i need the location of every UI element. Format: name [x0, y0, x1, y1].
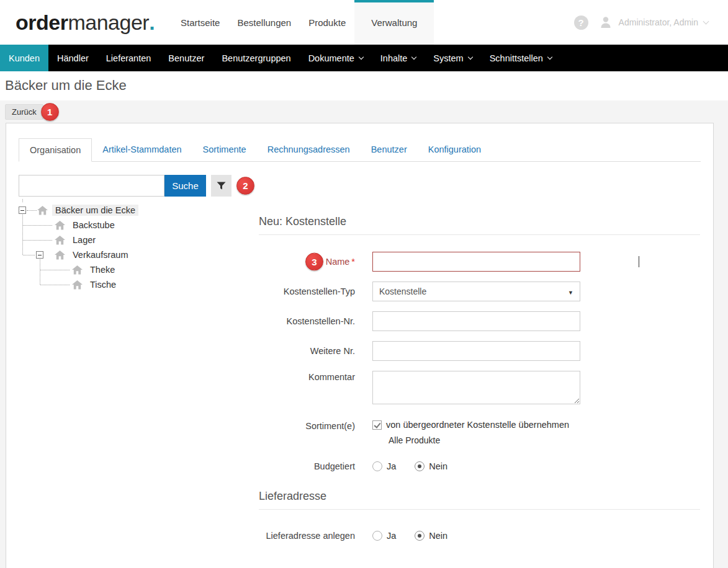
- admin-nav-label: Benutzer: [168, 53, 204, 63]
- form-column: Neu: Kostenstelle 3 Name* Kostenstellen-…: [259, 203, 701, 551]
- tree-node-label[interactable]: Theke: [87, 264, 118, 275]
- tab-artikel-stammdaten[interactable]: Artikel-Stammdaten: [92, 138, 192, 162]
- admin-nav-label: Dokumente: [308, 53, 354, 63]
- tree-node-root: Bäcker um die Ecke: [19, 203, 259, 218]
- admin-nav-inhalte[interactable]: Inhalte: [372, 45, 425, 71]
- radio-option-ja[interactable]: Ja: [372, 461, 396, 471]
- tree-node-label[interactable]: Lager: [70, 234, 99, 246]
- radio-label: Nein: [429, 461, 447, 471]
- tab-organisation[interactable]: Organisation: [19, 138, 92, 162]
- budgetiert-radio-group: Ja Nein: [372, 461, 447, 471]
- annotation-badge-1: 1: [41, 103, 59, 121]
- search-input[interactable]: [19, 175, 164, 197]
- form-row-kostenstellen-typ: Kostenstellen-Typ Kostenstelle: [259, 282, 700, 301]
- brand-logo[interactable]: ordermanager.: [16, 0, 155, 45]
- admin-nav-label: Händler: [57, 53, 89, 63]
- org-tree: Bäcker um die Ecke Backstube Lager: [19, 203, 259, 292]
- body-area: Organisation Artikel-Stammdaten Sortimen…: [0, 123, 728, 568]
- nav-item-startseite[interactable]: Startseite: [172, 0, 228, 45]
- form-section-title: Lieferadresse: [259, 490, 700, 510]
- tree-connector: [23, 240, 52, 241]
- header-right: Administrator, Admin: [574, 0, 708, 45]
- nav-item-bestellungen[interactable]: Bestellungen: [228, 0, 300, 45]
- tree-node-label[interactable]: Verkaufsraum: [70, 249, 131, 260]
- kostenstellen-nr-field[interactable]: [372, 311, 580, 331]
- lieferadresse-radio-group: Ja Nein: [372, 531, 447, 541]
- admin-nav-label: Benutzergruppen: [222, 53, 290, 63]
- sortiment-note: Alle Produkte: [389, 435, 569, 445]
- tab-benutzer[interactable]: Benutzer: [361, 138, 418, 162]
- selected-option: Kostenstelle: [379, 286, 426, 296]
- name-field[interactable]: [372, 252, 580, 272]
- home-icon: [72, 280, 83, 290]
- help-icon[interactable]: [574, 16, 588, 30]
- home-icon: [37, 206, 48, 215]
- nav-item-label: Verwaltung: [371, 17, 417, 28]
- select-caret-icon: [568, 286, 573, 296]
- form-row-weitere-nr: Weitere Nr.: [259, 341, 700, 361]
- admin-nav-dokumente[interactable]: Dokumente: [300, 45, 372, 71]
- radio-option-nein[interactable]: Nein: [415, 461, 447, 471]
- tree-connector: [23, 255, 35, 255]
- collapse-toggle-icon[interactable]: [19, 206, 26, 214]
- org-tree-column: Bäcker um die Ecke Backstube Lager: [19, 203, 259, 551]
- admin-nav-system[interactable]: System: [425, 45, 480, 71]
- filter-button[interactable]: [211, 175, 231, 197]
- kommentar-field[interactable]: [372, 371, 580, 404]
- tree-node-label[interactable]: Backstube: [70, 220, 118, 231]
- user-avatar-icon: [598, 15, 613, 30]
- search-button[interactable]: Suche: [164, 175, 206, 197]
- weitere-nr-field[interactable]: [372, 341, 580, 361]
- kommentar-label: Kommentar: [259, 371, 355, 382]
- admin-nav-kunden[interactable]: Kunden: [0, 45, 48, 71]
- checkbox-label: von übergeordneter Kostenstelle übernehm…: [386, 420, 569, 430]
- nav-item-label: Produkte: [308, 17, 346, 28]
- inherit-sortiment-checkbox[interactable]: [372, 420, 382, 430]
- annotation-badge-3: 3: [305, 253, 323, 271]
- nav-item-label: Startseite: [181, 17, 220, 28]
- primary-nav: Startseite Bestellungen Produkte Verwalt…: [172, 0, 434, 45]
- kostenstellen-nr-label: Kostenstellen-Nr.: [259, 316, 355, 326]
- admin-nav-lieferanten[interactable]: Lieferanten: [97, 45, 160, 71]
- tree-node-label[interactable]: Tische: [87, 279, 119, 290]
- chevron-down-icon: [467, 55, 472, 60]
- admin-nav-schnittstellen[interactable]: Schnittstellen: [481, 45, 560, 71]
- radio-icon[interactable]: [415, 461, 425, 471]
- radio-icon[interactable]: [372, 461, 382, 471]
- tree-node-label[interactable]: Bäcker um die Ecke: [52, 205, 138, 216]
- tab-sortimente[interactable]: Sortimente: [192, 138, 257, 162]
- back-button[interactable]: Zurück: [5, 104, 43, 120]
- tree-node: Tische: [19, 277, 259, 292]
- tab-bar: Organisation Artikel-Stammdaten Sortimen…: [19, 138, 701, 162]
- nav-item-verwaltung[interactable]: Verwaltung: [354, 0, 434, 45]
- admin-nav-label: Lieferanten: [106, 53, 151, 63]
- tab-rechnungsadressen[interactable]: Rechnungsadressen: [257, 138, 361, 162]
- collapse-toggle-icon[interactable]: [36, 251, 43, 259]
- nav-item-produkte[interactable]: Produkte: [300, 0, 354, 45]
- kostenstellen-typ-label: Kostenstellen-Typ: [259, 286, 355, 296]
- nav-item-label: Bestellungen: [237, 17, 291, 28]
- admin-nav-benutzer[interactable]: Benutzer: [160, 45, 213, 71]
- kostenstellen-typ-select[interactable]: Kostenstelle: [372, 282, 580, 301]
- home-icon: [72, 265, 83, 275]
- search-row: Suche 2: [19, 175, 701, 197]
- user-menu[interactable]: Administrator, Admin: [598, 15, 708, 30]
- tab-konfiguration[interactable]: Konfiguration: [418, 138, 492, 162]
- radio-option-nein[interactable]: Nein: [415, 531, 447, 541]
- tree-connector: [27, 210, 37, 211]
- radio-icon[interactable]: [415, 531, 425, 541]
- home-icon: [55, 251, 65, 260]
- home-icon: [55, 236, 65, 245]
- text-cursor: [639, 256, 639, 267]
- admin-nav-benutzergruppen[interactable]: Benutzergruppen: [213, 45, 299, 71]
- radio-icon[interactable]: [372, 531, 382, 541]
- home-icon: [55, 221, 65, 230]
- tree-node: Verkaufsraum: [19, 247, 259, 262]
- required-marker: *: [351, 257, 355, 267]
- admin-nav-haendler[interactable]: Händler: [48, 45, 97, 71]
- annotation-badge-2: 2: [236, 177, 254, 195]
- radio-label: Nein: [429, 531, 447, 541]
- radio-option-ja[interactable]: Ja: [372, 531, 396, 541]
- admin-nav: Kunden Händler Lieferanten Benutzer Benu…: [0, 45, 728, 71]
- tree-node: Backstube: [19, 218, 259, 233]
